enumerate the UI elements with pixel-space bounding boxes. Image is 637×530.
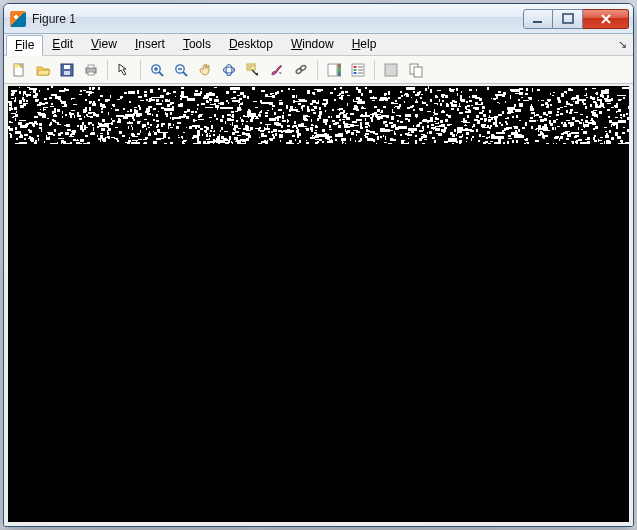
figure-axes[interactable]: [8, 86, 629, 522]
pan-button[interactable]: [194, 59, 216, 81]
insert-colorbar-button[interactable]: [323, 59, 345, 81]
svg-rect-18: [338, 64, 341, 76]
svg-rect-22: [354, 72, 357, 74]
zoom-in-button[interactable]: [146, 59, 168, 81]
svg-rect-25: [414, 67, 422, 77]
brush-icon: [269, 62, 285, 78]
open-button[interactable]: [32, 59, 54, 81]
menu-window[interactable]: Window: [282, 34, 343, 55]
edit-plot-button[interactable]: [113, 59, 135, 81]
svg-rect-1: [563, 14, 573, 23]
menubar: FileEditViewInsertToolsDesktopWindowHelp…: [4, 34, 633, 56]
svg-rect-20: [354, 66, 357, 68]
svg-rect-8: [88, 65, 94, 68]
svg-point-16: [299, 64, 306, 71]
window-title: Figure 1: [32, 12, 76, 26]
svg-rect-14: [247, 64, 255, 70]
dock-toggle-icon[interactable]: ↘: [618, 38, 627, 51]
legend-icon: [350, 62, 366, 78]
figure-window: Figure 1 FileEditViewInsertToolsDesktopW…: [3, 3, 634, 527]
titlebar[interactable]: Figure 1: [4, 4, 633, 34]
arrow-icon: [116, 62, 132, 78]
zoom-out-icon: [173, 62, 189, 78]
link-button[interactable]: [290, 59, 312, 81]
minimize-button[interactable]: [523, 9, 553, 29]
zoom-in-icon: [149, 62, 165, 78]
print-button[interactable]: [80, 59, 102, 81]
figure-content-area: [4, 84, 633, 526]
insert-legend-button[interactable]: [347, 59, 369, 81]
link-icon: [293, 62, 309, 78]
hideplottools-icon: [383, 62, 399, 78]
matlab-icon: [10, 11, 26, 27]
open-icon: [35, 62, 51, 78]
colorbar-icon: [326, 62, 342, 78]
svg-rect-21: [354, 69, 357, 71]
maximize-button[interactable]: [553, 9, 583, 29]
toolbar-separator: [374, 60, 375, 80]
image-noise-band: [8, 86, 629, 144]
new-icon: [11, 62, 27, 78]
data-cursor-button[interactable]: [242, 59, 264, 81]
pan-icon: [197, 62, 213, 78]
menu-view[interactable]: View: [82, 34, 126, 55]
minimize-icon: [530, 11, 546, 27]
show-plot-tools-button[interactable]: [404, 59, 426, 81]
close-icon: [598, 11, 614, 27]
toolbar: [4, 56, 633, 84]
svg-point-12: [224, 67, 235, 73]
hide-plot-tools-button[interactable]: [380, 59, 402, 81]
menu-insert[interactable]: Insert: [126, 34, 174, 55]
svg-rect-17: [328, 64, 337, 76]
svg-rect-0: [533, 21, 542, 23]
maximize-icon: [560, 11, 576, 27]
menu-help[interactable]: Help: [343, 34, 386, 55]
new-figure-button[interactable]: [8, 59, 30, 81]
window-controls: [523, 9, 629, 29]
rotate-icon: [221, 62, 237, 78]
menu-desktop[interactable]: Desktop: [220, 34, 282, 55]
save-button[interactable]: [56, 59, 78, 81]
svg-point-3: [14, 64, 18, 68]
svg-point-13: [226, 64, 232, 75]
menu-file[interactable]: File: [6, 35, 43, 56]
zoom-out-button[interactable]: [170, 59, 192, 81]
showplottools-icon: [407, 62, 423, 78]
brush-button[interactable]: [266, 59, 288, 81]
svg-rect-23: [385, 64, 397, 76]
save-icon: [59, 62, 75, 78]
svg-rect-9: [88, 72, 94, 75]
toolbar-separator: [107, 60, 108, 80]
toolbar-separator: [317, 60, 318, 80]
datacursor-icon: [245, 62, 261, 78]
svg-rect-6: [64, 71, 70, 75]
menu-edit[interactable]: Edit: [43, 34, 82, 55]
svg-rect-5: [64, 65, 70, 69]
toolbar-separator: [140, 60, 141, 80]
rotate-3d-button[interactable]: [218, 59, 240, 81]
menu-tools[interactable]: Tools: [174, 34, 220, 55]
close-button[interactable]: [583, 9, 629, 29]
print-icon: [83, 62, 99, 78]
